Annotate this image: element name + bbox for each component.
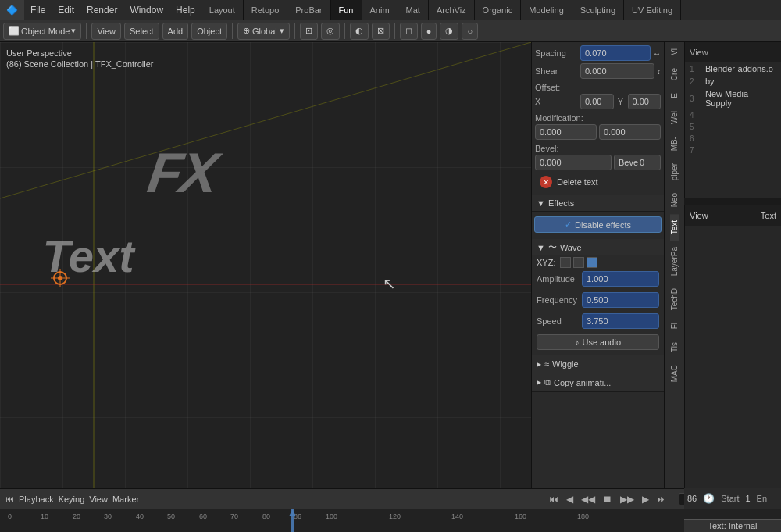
- shear-arrows[interactable]: ↕: [657, 67, 661, 76]
- xray-btn[interactable]: ⊠: [372, 23, 390, 40]
- proportional-btn[interactable]: ◎: [321, 23, 340, 40]
- outliner-row-3[interactable]: 3 New Media Supply: [685, 87, 781, 109]
- copy-anim-chevron: ▶: [537, 379, 541, 386]
- tab-text[interactable]: Text: [670, 214, 679, 241]
- outliner-row-7[interactable]: 7: [685, 145, 781, 156]
- tab-layerpa[interactable]: LayerPa: [670, 241, 679, 282]
- offset-y-field[interactable]: 0.00: [628, 94, 662, 109]
- select-menu[interactable]: Select: [124, 23, 159, 40]
- shear-row: Shear 0.000 ↕: [535, 63, 661, 79]
- outliner-row-1[interactable]: 1 Blender-addons.o: [685, 62, 781, 75]
- ruler-container: 0 10 20 30 40 50 60 70 80 86 100 120 140…: [0, 509, 781, 532]
- tab-probar[interactable]: ProBar: [287, 0, 330, 20]
- object-menu[interactable]: Object: [191, 23, 227, 40]
- tab-mac[interactable]: MAC: [670, 359, 679, 388]
- menu-window[interactable]: Window: [123, 0, 169, 20]
- overlay-btn[interactable]: ◐: [350, 23, 369, 40]
- timeline-marker-label[interactable]: Marker: [112, 495, 139, 504]
- next-keyframe-btn[interactable]: ⏭: [655, 494, 668, 505]
- copy-anim-header[interactable]: ▶ ⧉ Copy animati...: [532, 373, 664, 392]
- prev-keyframe-btn[interactable]: ⏮: [547, 494, 560, 505]
- shading-solid[interactable]: ●: [421, 23, 437, 40]
- bevel-val1: 0.000: [540, 158, 562, 167]
- 3d-viewport[interactable]: User Perspective (86) Scene Collection |…: [0, 42, 531, 488]
- xyz-y-checkbox[interactable]: [573, 257, 584, 268]
- menu-render[interactable]: Render: [80, 0, 123, 20]
- tab-fun[interactable]: Fun: [331, 0, 362, 20]
- tab-cre[interactable]: Cre: [670, 62, 679, 87]
- prev-frame-btn[interactable]: ◀: [565, 494, 575, 505]
- tab-modeling[interactable]: Modeling: [521, 0, 572, 20]
- stop-btn[interactable]: ⏹: [601, 494, 614, 505]
- next-frame-btn[interactable]: ▶: [640, 494, 651, 505]
- timeline-keying-label[interactable]: Keying: [59, 495, 85, 504]
- menu-help[interactable]: Help: [169, 0, 201, 20]
- tab-tis[interactable]: Tis: [670, 336, 679, 359]
- tab-anim[interactable]: Anim: [362, 0, 398, 20]
- wiggle-chevron: ▶: [537, 361, 541, 368]
- tab-e[interactable]: E: [670, 87, 679, 105]
- tab-archviz[interactable]: ArchViz: [429, 0, 475, 20]
- outliner-row-5[interactable]: 5: [685, 121, 781, 133]
- mod-val2-field[interactable]: 0.000: [599, 124, 661, 140]
- tab-uv-editing[interactable]: UV Editing: [624, 0, 681, 20]
- disable-effects-button[interactable]: ✓ Disable effects: [534, 216, 662, 233]
- bevel-val2: 0: [640, 158, 644, 167]
- modification-row: 0.000 0.000: [535, 124, 661, 140]
- view-menu[interactable]: View: [91, 23, 121, 40]
- spacing-field[interactable]: 0.070: [580, 45, 651, 61]
- tab-sculpting[interactable]: Sculpting: [572, 0, 624, 20]
- xyz-x-checkbox[interactable]: [560, 257, 571, 268]
- mod-val1-field[interactable]: 0.000: [535, 124, 597, 140]
- timeline-ruler[interactable]: 0 10 20 30 40 50 60 70 80 86 100 120 140…: [0, 509, 781, 532]
- timeline-view-label[interactable]: View: [89, 495, 108, 504]
- speed-field[interactable]: 3.750: [582, 313, 659, 329]
- tab-piper[interactable]: piper: [670, 157, 679, 187]
- wiggle-header[interactable]: ▶ ≈ Wiggle: [532, 355, 664, 373]
- outliner-row-4[interactable]: 4: [685, 109, 781, 121]
- add-menu[interactable]: Add: [162, 23, 189, 40]
- wave-header[interactable]: ▼ 〜 Wave: [532, 239, 664, 255]
- delete-text-button[interactable]: ✕ Delete text: [535, 173, 661, 191]
- tab-neo[interactable]: Neo: [670, 187, 679, 213]
- playback-icon[interactable]: ⏮: [6, 495, 14, 503]
- tab-layout[interactable]: Layout: [201, 0, 244, 20]
- spacing-arrows[interactable]: ↔: [653, 49, 661, 58]
- use-audio-button[interactable]: ♪ Use audio: [537, 334, 659, 350]
- tab-wel[interactable]: Wel: [670, 105, 679, 130]
- outliner-row-2[interactable]: 2 by: [685, 75, 781, 87]
- shading-material[interactable]: ◑: [440, 23, 458, 40]
- snapping-btn[interactable]: ⊡: [300, 23, 318, 40]
- menu-edit[interactable]: Edit: [52, 0, 80, 20]
- mark-160: 160: [515, 512, 526, 520]
- tab-techd[interactable]: TechD: [670, 282, 679, 316]
- xyz-z-checkbox[interactable]: [587, 257, 597, 268]
- offset-x-field[interactable]: 0.00: [580, 94, 614, 109]
- row-text-1: Blender-addons.o: [705, 64, 773, 73]
- bevel-val1-field[interactable]: 0.000: [535, 155, 612, 170]
- play-reverse-btn[interactable]: ◀◀: [580, 494, 597, 505]
- outliner-row-6[interactable]: 6: [685, 133, 781, 145]
- shading-wire[interactable]: ◻: [400, 23, 418, 40]
- bevel-val2-field[interactable]: Beve 0: [614, 155, 661, 170]
- tab-retopo[interactable]: Retopo: [244, 0, 287, 20]
- transform-orientation[interactable]: ⊕ Global ▾: [237, 23, 290, 40]
- amplitude-field[interactable]: 1.000: [582, 271, 659, 287]
- amplitude-label: Amplitude: [537, 274, 580, 284]
- menu-file[interactable]: File: [24, 0, 52, 20]
- shading-render[interactable]: ○: [462, 23, 478, 40]
- mode-selector[interactable]: ⬜ Object Mode ▾: [3, 23, 81, 40]
- timeline-playback-label[interactable]: Playback: [19, 495, 54, 504]
- tab-fi[interactable]: Fi: [670, 316, 679, 335]
- tab-vi[interactable]: Vi: [670, 42, 679, 62]
- blender-logo[interactable]: 🔷: [0, 0, 24, 20]
- tab-organic[interactable]: Organic: [475, 0, 522, 20]
- props-view-label: View: [690, 211, 708, 220]
- tab-mb[interactable]: MB-: [670, 130, 679, 157]
- mark-70: 70: [230, 512, 238, 520]
- start-val: 1: [745, 494, 750, 503]
- shear-field[interactable]: 0.000: [580, 63, 654, 79]
- frequency-field[interactable]: 0.500: [582, 292, 659, 308]
- tab-mat[interactable]: Mat: [398, 0, 429, 20]
- play-btn[interactable]: ▶▶: [619, 494, 636, 505]
